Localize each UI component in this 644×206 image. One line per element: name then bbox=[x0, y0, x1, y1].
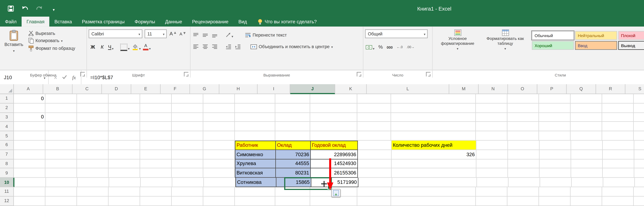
cell-b10[interactable] bbox=[46, 178, 78, 187]
cell-f4[interactable] bbox=[172, 122, 203, 131]
row-header-11[interactable]: 11 bbox=[0, 187, 14, 196]
row-header-3[interactable]: 3 bbox=[0, 113, 14, 122]
cell-o1[interactable] bbox=[539, 94, 570, 104]
cell-r8[interactable] bbox=[634, 159, 644, 168]
cell-r5[interactable] bbox=[634, 131, 644, 140]
cell-m2[interactable] bbox=[476, 104, 508, 113]
increase-font-button[interactable]: А bbox=[169, 30, 177, 37]
redo-button[interactable] bbox=[36, 4, 43, 12]
row-header-9[interactable]: 9 bbox=[0, 168, 14, 178]
cell-g7[interactable] bbox=[203, 150, 235, 159]
cell-i12[interactable] bbox=[275, 196, 310, 206]
cell-n7[interactable] bbox=[508, 150, 540, 159]
cell-r3[interactable] bbox=[634, 113, 644, 122]
cell-k12[interactable] bbox=[357, 196, 391, 206]
cell-c6[interactable] bbox=[77, 140, 108, 150]
cell-c10[interactable] bbox=[78, 178, 109, 187]
cell-i8[interactable]: 44555 bbox=[276, 159, 311, 168]
bold-button[interactable]: Ж bbox=[88, 44, 97, 50]
increase-indent-button[interactable] bbox=[234, 44, 242, 50]
cell-d5[interactable] bbox=[108, 131, 140, 140]
cell-q3[interactable] bbox=[602, 113, 634, 122]
column-header-f[interactable]: F bbox=[160, 84, 190, 94]
cell-m12[interactable] bbox=[476, 196, 508, 206]
cell-n1[interactable] bbox=[508, 94, 539, 104]
conditional-formatting-button[interactable]: Условное форматирование bbox=[434, 28, 481, 52]
cell-k6[interactable] bbox=[358, 140, 392, 150]
column-header-k[interactable]: K bbox=[335, 84, 367, 94]
cell-c9[interactable] bbox=[77, 168, 108, 178]
cell-r7[interactable] bbox=[634, 150, 644, 159]
cell-k11[interactable] bbox=[357, 187, 391, 196]
align-middle-button[interactable] bbox=[202, 32, 209, 38]
cell-m9[interactable] bbox=[476, 168, 508, 178]
cell-m6[interactable] bbox=[476, 140, 508, 150]
cell-l5[interactable] bbox=[391, 131, 476, 140]
cell-n11[interactable] bbox=[508, 187, 539, 196]
cell-n8[interactable] bbox=[508, 159, 540, 168]
cell-h7[interactable]: Симоменко bbox=[235, 150, 276, 159]
cell-c11[interactable] bbox=[77, 187, 108, 196]
decrease-indent-button[interactable] bbox=[225, 44, 232, 50]
orientation-button[interactable] bbox=[225, 29, 234, 40]
cell-r12[interactable] bbox=[634, 196, 644, 206]
cell-f7[interactable] bbox=[172, 150, 203, 159]
comma-style-button[interactable]: 000 bbox=[386, 44, 393, 50]
tab-page-layout[interactable]: Разметка страницы bbox=[77, 16, 130, 26]
column-header-c[interactable]: C bbox=[72, 84, 102, 94]
tab-home[interactable]: Главная bbox=[22, 16, 50, 26]
cell-d11[interactable] bbox=[108, 187, 140, 196]
cell-f3[interactable] bbox=[172, 113, 203, 122]
style-normal[interactable]: Обычный bbox=[532, 31, 574, 40]
cell-b9[interactable] bbox=[46, 168, 77, 178]
column-header-l[interactable]: L bbox=[367, 84, 449, 94]
cell-e8[interactable] bbox=[140, 159, 172, 168]
column-header-n[interactable]: N bbox=[478, 84, 508, 94]
cell-n5[interactable] bbox=[508, 131, 539, 140]
wrap-text-button[interactable]: Перенести текст bbox=[245, 32, 287, 38]
cell-r2[interactable] bbox=[634, 104, 644, 113]
cell-a5[interactable] bbox=[14, 131, 46, 140]
cell-l8[interactable] bbox=[392, 159, 476, 168]
column-header-s[interactable]: S bbox=[626, 84, 644, 94]
tab-formulas[interactable]: Формулы bbox=[130, 16, 160, 26]
tab-review[interactable]: Рецензирование bbox=[187, 16, 234, 26]
cell-e2[interactable] bbox=[140, 104, 172, 113]
cut-button[interactable]: Вырезать bbox=[28, 30, 75, 36]
font-family-combo[interactable]: Calibri bbox=[88, 29, 142, 38]
cell-d8[interactable] bbox=[108, 159, 140, 168]
cell-g4[interactable] bbox=[203, 122, 235, 131]
cell-r11[interactable] bbox=[634, 187, 644, 196]
cell-e1[interactable] bbox=[140, 94, 172, 104]
cell-a12[interactable] bbox=[14, 196, 46, 206]
cell-d9[interactable] bbox=[108, 168, 140, 178]
format-as-table-button[interactable]: Форматировать как таблицу bbox=[481, 28, 530, 52]
cell-o7[interactable] bbox=[540, 150, 571, 159]
cell-d10[interactable] bbox=[109, 178, 141, 187]
format-painter-button[interactable]: Формат по образцу bbox=[28, 46, 75, 52]
cell-g3[interactable] bbox=[203, 113, 235, 122]
cell-l1[interactable] bbox=[391, 94, 476, 104]
cell-e3[interactable] bbox=[140, 113, 172, 122]
cell-j10[interactable]: 5171990 bbox=[311, 178, 358, 187]
font-dialog-launcher[interactable] bbox=[184, 72, 188, 76]
cell-q10[interactable] bbox=[603, 178, 635, 187]
auto-fill-options-button[interactable] bbox=[331, 189, 341, 197]
cell-p7[interactable] bbox=[571, 150, 603, 159]
row-header-1[interactable]: 1 bbox=[0, 94, 14, 104]
cell-d12[interactable] bbox=[108, 196, 140, 206]
cell-l10[interactable] bbox=[392, 178, 477, 187]
column-header-j[interactable]: J bbox=[290, 84, 335, 94]
cell-i6[interactable]: Оклад bbox=[276, 140, 311, 150]
cell-b2[interactable] bbox=[46, 104, 77, 113]
cell-h2[interactable] bbox=[235, 104, 275, 113]
cell-k7[interactable] bbox=[358, 150, 392, 159]
cell-d7[interactable] bbox=[108, 150, 140, 159]
cell-k2[interactable] bbox=[357, 104, 391, 113]
cell-o2[interactable] bbox=[539, 104, 570, 113]
cell-p12[interactable] bbox=[570, 196, 602, 206]
row-header-10[interactable]: 10 bbox=[0, 178, 14, 187]
cell-c2[interactable] bbox=[77, 104, 108, 113]
column-header-e[interactable]: E bbox=[131, 84, 160, 94]
row-header-6[interactable]: 6 bbox=[0, 140, 14, 150]
